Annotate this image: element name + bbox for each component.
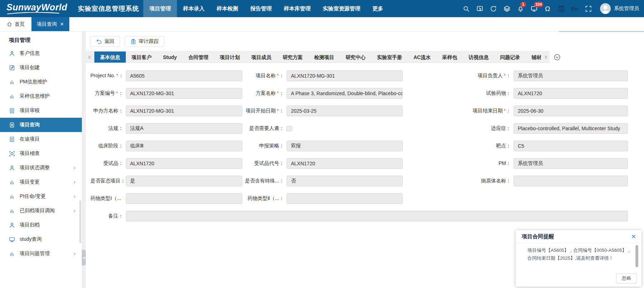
audit-trail-button[interactable]: 审计跟踪 xyxy=(125,36,164,47)
sidebar-item-label: 采样信息维护 xyxy=(20,93,50,99)
input-field-15[interactable]: C5 xyxy=(514,141,628,151)
field-label: 项目开始日期*： xyxy=(245,108,284,114)
detail-tab-2[interactable]: 项目客户 xyxy=(126,52,157,63)
detail-tab-8[interactable]: 检测项目 xyxy=(308,52,340,63)
message-monitor-icon[interactable]: 104 xyxy=(530,5,538,13)
nav-item-2[interactable]: 样本录入 xyxy=(177,0,210,17)
input-field-3[interactable]: 系统管理员 xyxy=(514,70,628,81)
fullscreen-icon[interactable] xyxy=(584,5,592,13)
detail-tab-13[interactable]: 访视信息 xyxy=(463,52,494,63)
nav-item-4[interactable]: 报告管理 xyxy=(244,0,278,17)
audit-clipboard-icon xyxy=(130,39,136,44)
required-asterisk: * xyxy=(504,108,506,113)
sidebar-item-13[interactable]: 项目归档 xyxy=(0,218,82,232)
input-field-12[interactable]: Placebo-controlled, Parallel, Multicente… xyxy=(514,123,628,134)
input-field-9[interactable]: 2025-06-30 xyxy=(514,106,628,116)
detail-tab-3[interactable]: Study xyxy=(157,52,183,63)
detail-tab-9[interactable]: 研究中心 xyxy=(340,52,371,63)
user-menu[interactable]: 系统管理员 xyxy=(600,3,639,14)
input-field-6[interactable]: ALXN1720 xyxy=(514,88,628,99)
input-field-14[interactable]: 双报 xyxy=(287,141,403,151)
main-menu: 项目管理样本录入样本检测报告管理样本库管理实验室资源管理更多 xyxy=(143,0,389,17)
detail-tab-15[interactable]: 辅材信 xyxy=(526,52,541,63)
sidebar-item-5[interactable]: 项目审核 xyxy=(0,103,82,118)
sidebar-item-3[interactable]: PM信息维护 xyxy=(0,75,82,89)
sidebar-item-4[interactable]: 采样信息维护 xyxy=(0,89,82,103)
detail-tab-11[interactable]: AC流水 xyxy=(408,52,436,63)
notifications-icon[interactable]: 1 xyxy=(516,5,524,13)
input-field-10[interactable]: 法规A xyxy=(126,123,242,134)
nav-item-7[interactable]: 更多 xyxy=(366,0,389,17)
detail-tab-12[interactable]: 采样包 xyxy=(436,52,463,63)
detail-tab-5[interactable]: 项目计划 xyxy=(214,52,246,63)
field-label: 药物类型Ⅱ（...： xyxy=(245,195,284,202)
input-field-17[interactable]: ALXN1720 xyxy=(287,158,403,169)
input-field-2[interactable]: ALXN1720-MG-301 xyxy=(287,70,403,81)
tabs-scroll-right-icon[interactable] xyxy=(541,52,550,63)
input-field-23[interactable] xyxy=(287,193,403,204)
navbar-icon-group: 1104ΩEn xyxy=(462,5,592,13)
nav-item-6[interactable]: 实验室资源管理 xyxy=(317,0,366,17)
field-label: 是否盲态项目： xyxy=(90,178,123,184)
input-field-21[interactable] xyxy=(514,176,628,186)
input-field-7[interactable]: ALXN1720-MG-301 xyxy=(126,106,242,116)
input-field-16[interactable]: ALXN1720 xyxy=(126,158,242,169)
detail-tab-7[interactable]: 研究方案 xyxy=(277,52,308,63)
detail-tab-10[interactable]: 实验室手册 xyxy=(371,52,408,63)
input-field-20[interactable]: 否 xyxy=(287,176,403,186)
input-field-22[interactable] xyxy=(126,193,242,204)
sidebar-item-1[interactable]: 客户信息 xyxy=(0,46,82,60)
input-field-1[interactable]: A5605 xyxy=(126,70,242,81)
input-field-18[interactable]: 系统管理员 xyxy=(514,158,628,169)
layers-icon[interactable] xyxy=(503,5,511,13)
tabs-dropdown-icon[interactable] xyxy=(554,54,561,61)
back-button-label: 返回 xyxy=(104,38,114,45)
sidebar-scroll-area: 项目管理 客户信息项目创建PM信息维护采样信息维护项目审核项目查询在途项目项目稽… xyxy=(0,31,82,258)
omega-icon[interactable]: Ω xyxy=(544,5,551,13)
sidebar-item-8[interactable]: 项目稽查 xyxy=(0,146,82,161)
sidebar-item-label: 项目变更 xyxy=(20,179,40,185)
popup-body: 项目编号【A5605】，合同编号【0050-A5605】，合同结束日期【2025… xyxy=(516,243,641,262)
tab-project-query[interactable]: 项目查询 ✕ xyxy=(31,17,69,31)
language-toggle[interactable]: En xyxy=(571,5,579,13)
sidebar-scrollbar[interactable] xyxy=(79,200,81,243)
input-field-24[interactable] xyxy=(126,211,628,221)
tab-home[interactable]: 首页 xyxy=(0,17,31,31)
search-icon[interactable] xyxy=(462,5,470,13)
nav-item-3[interactable]: 样本检测 xyxy=(210,0,244,17)
sidebar-item-12[interactable]: 已归档项目调阅› xyxy=(0,204,82,218)
logo-text: SunwayWorld xyxy=(6,2,67,12)
input-field-5[interactable]: A Phase 3, Randomized, Double-blind, Pla… xyxy=(287,88,403,99)
close-tab-icon[interactable]: ✕ xyxy=(60,22,64,26)
report-icon[interactable] xyxy=(476,5,484,13)
sidebar-item-2[interactable]: 项目创建 xyxy=(0,60,82,75)
popup-close-icon[interactable]: ✕ xyxy=(631,234,636,240)
sidebar-collapse-handle[interactable]: ◀ xyxy=(82,250,86,265)
detail-tab-4[interactable]: 合同管理 xyxy=(183,52,214,63)
input-field-4[interactable]: ALXN1720-MG-301 xyxy=(126,88,242,99)
nav-item-5[interactable]: 样本库管理 xyxy=(278,0,317,17)
input-field-8[interactable]: 2025-03-25 xyxy=(287,106,403,116)
popup-scrollbar[interactable] xyxy=(635,245,638,267)
sidebar-item-6[interactable]: 项目查询 xyxy=(0,118,82,132)
sidebar-item-14[interactable]: study查询 xyxy=(0,232,82,246)
input-field-19[interactable]: 是 xyxy=(126,176,242,186)
monitor-icon xyxy=(9,236,15,243)
back-button[interactable]: 返回 xyxy=(90,36,120,47)
refresh-icon[interactable] xyxy=(489,5,497,13)
detail-tab-14[interactable]: 问题记录 xyxy=(494,52,526,63)
calendar-icon[interactable] xyxy=(557,5,565,13)
field-label: 适应症： xyxy=(405,125,511,132)
sidebar-item-15[interactable]: 项目问题管理› xyxy=(0,246,82,258)
detail-tab-1[interactable]: 基本信息 xyxy=(94,52,126,63)
input-field-13[interactable]: 临床Ⅲ xyxy=(126,141,242,151)
ignore-button[interactable]: 忽略 xyxy=(616,273,637,283)
sidebar-item-10[interactable]: 项目变更› xyxy=(0,175,82,189)
tabs-scroll-left-icon[interactable] xyxy=(86,52,94,63)
sidebar-item-9[interactable]: 项目状态调整› xyxy=(0,161,82,175)
nav-item-1[interactable]: 项目管理 xyxy=(143,0,177,17)
checkbox-field-11[interactable] xyxy=(287,126,292,131)
detail-tab-6[interactable]: 项目成员 xyxy=(246,52,277,63)
sidebar-item-7[interactable]: 在途项目 xyxy=(0,132,82,146)
sidebar-item-11[interactable]: PI任命/变更› xyxy=(0,189,82,204)
